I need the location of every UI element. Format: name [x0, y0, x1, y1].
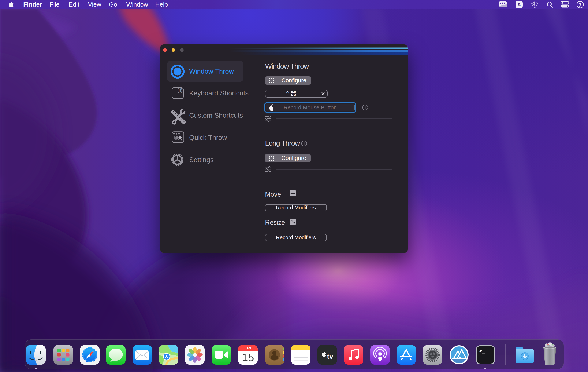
svg-text:A: A [517, 2, 521, 7]
svg-text:⌘: ⌘ [177, 88, 183, 94]
svg-text:tv: tv [327, 352, 333, 360]
svg-text:>_: >_ [479, 348, 485, 354]
svg-text:JAN: JAN [245, 346, 251, 350]
svg-text:15: 15 [242, 351, 254, 363]
